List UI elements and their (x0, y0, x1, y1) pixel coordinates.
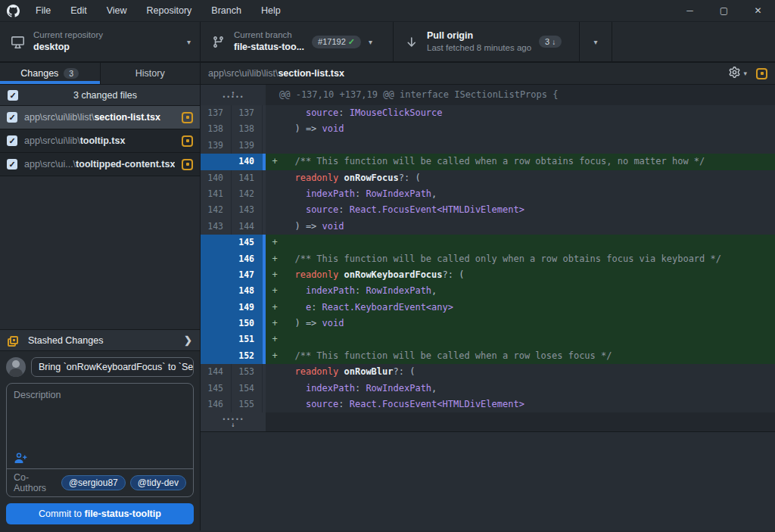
diff-marker (266, 364, 284, 380)
coauthor-pill[interactable]: @tidy-dev (130, 475, 186, 490)
new-line-number: 151 (232, 331, 263, 347)
menu-bar: FileEditViewRepositoryBranchHelp ─ ▢ ✕ (0, 0, 775, 21)
new-line-number: 148 (232, 283, 263, 299)
old-line-number (201, 283, 232, 299)
menu-item-view[interactable]: View (97, 5, 137, 16)
pull-title: Pull origin (427, 30, 531, 42)
stashed-changes-row[interactable]: Stashed Changes ❯ (0, 329, 200, 351)
diff-lines: 137137 source: IMouseClickSource138138 )… (201, 105, 775, 412)
diff-line-added[interactable]: 151+ (201, 331, 775, 347)
diff-line-context[interactable]: 142143 source: React.FocusEvent<HTMLDivE… (201, 202, 775, 218)
diff-line-added[interactable]: 146+ /** This function will be called on… (201, 251, 775, 267)
diff-line-context[interactable]: 137137 source: IMouseClickSource (201, 105, 775, 121)
chevron-down-icon: ▾ (187, 38, 191, 46)
select-all-checkbox[interactable]: ✓ (8, 90, 18, 101)
menu-item-help[interactable]: Help (251, 5, 291, 16)
code-text: indexPath: RowIndexPath, (284, 283, 775, 299)
minimize-button[interactable]: ─ (673, 0, 707, 21)
current-repository-button[interactable]: Current repository desktop ▾ (0, 22, 201, 61)
menu-item-edit[interactable]: Edit (61, 5, 97, 16)
menu-item-file[interactable]: File (26, 5, 61, 16)
file-checkbox[interactable]: ✓ (7, 135, 17, 146)
old-line-number (201, 251, 232, 267)
tab-changes[interactable]: Changes 3 (0, 63, 101, 84)
chevron-right-icon: ❯ (184, 334, 192, 346)
dotted-line: ••••• (222, 95, 244, 100)
file-row[interactable]: ✓app\src\ui...\tooltipped-content.tsx (0, 153, 200, 176)
file-row[interactable]: ✓app\src\ui\lib\list\section-list.tsx (0, 106, 200, 129)
pull-text: Pull origin Last fetched 8 minutes ago (427, 30, 531, 54)
old-line-number: 137 (201, 105, 232, 121)
diff-line-context[interactable]: 146155 source: React.FocusEvent<HTMLDivE… (201, 397, 775, 412)
diff-line-added[interactable]: 152+ /** This function will be called wh… (201, 348, 775, 364)
maximize-button[interactable]: ▢ (707, 0, 741, 21)
diff-line-context[interactable]: 141142 indexPath: RowIndexPath, (201, 186, 775, 202)
old-line-number (201, 348, 232, 364)
code-text (284, 235, 775, 250)
commit-summary-input[interactable]: Bring `onRowKeyboardFocus` to `Se (31, 357, 194, 377)
new-line-number: 139 (232, 138, 263, 154)
old-line-number: 138 (201, 121, 232, 137)
current-branch-button[interactable]: Current branch file-status-too... #17192… (201, 22, 394, 61)
toolbar: Current repository desktop ▾ Current bra… (0, 21, 775, 63)
add-coauthor-icon[interactable] (14, 452, 27, 464)
diff-marker (266, 138, 284, 154)
diff-line-added[interactable]: 149+ e: React.KeyboardEvent<any> (201, 300, 775, 316)
old-line-number (201, 316, 232, 331)
code-text: source: IMouseClickSource (284, 105, 775, 121)
commit-button[interactable]: Commit to file-status-tooltip (6, 503, 194, 524)
diff-file-path: app\src\ui\lib\list\section-list.tsx (208, 68, 729, 79)
new-line-number: 152 (232, 348, 263, 364)
file-path: app\src\ui\lib\tooltip.tsx (24, 135, 175, 146)
diff-marker: + (266, 154, 284, 170)
diff-empty-area (201, 431, 775, 530)
file-checkbox[interactable]: ✓ (7, 112, 17, 123)
diff-line-added[interactable]: 148+ indexPath: RowIndexPath, (201, 283, 775, 299)
diff-line-context[interactable]: 138138 ) => void (201, 121, 775, 137)
file-row[interactable]: ✓app\src\ui\lib\tooltip.tsx (0, 129, 200, 153)
diff-marker (266, 397, 284, 412)
changed-files-header[interactable]: ✓ 3 changed files (0, 85, 200, 106)
modified-status-icon (182, 112, 193, 123)
coauthors-label: Co-Authors (14, 472, 55, 493)
code-text (284, 331, 775, 347)
diff-line-context[interactable]: 139139 (201, 138, 775, 154)
code-text: ) => void (284, 316, 775, 331)
diff-marker (266, 381, 284, 397)
new-line-number: 142 (232, 186, 263, 202)
commit-description-input[interactable]: Description (7, 384, 193, 468)
window-controls: ─ ▢ ✕ (673, 0, 775, 21)
new-line-number: 150 (232, 316, 263, 331)
tab-history[interactable]: History (101, 63, 201, 84)
arrow-down-icon (403, 36, 419, 48)
file-path: app\src\ui\lib\list\section-list.tsx (24, 112, 175, 123)
old-line-number (201, 331, 232, 347)
expand-hunk-up-button[interactable]: ↑••••• (201, 85, 266, 105)
expand-hunk-down-button[interactable]: •••••↓ (201, 412, 266, 431)
pr-badge: #17192 ✓ (312, 36, 361, 48)
diff-line-context[interactable]: 140141 readonly onRowFocus?: ( (201, 170, 775, 186)
diff-line-added[interactable]: 147+ readonly onRowKeyboardFocus?: ( (201, 267, 775, 283)
diff-line-context[interactable]: 144153 readonly onRowBlur?: ( (201, 364, 775, 380)
diff-options-button[interactable]: ▾ (729, 67, 747, 80)
diff-marker: + (266, 348, 284, 364)
diff-line-context[interactable]: 145154 indexPath: RowIndexPath, (201, 381, 775, 397)
tab-history-label: History (135, 68, 165, 79)
pull-dropdown-button[interactable]: ▾ (580, 22, 612, 61)
diff-line-added[interactable]: 140+ /** This function will be called wh… (201, 154, 775, 170)
close-button[interactable]: ✕ (741, 0, 775, 21)
menu-item-repository[interactable]: Repository (137, 5, 202, 16)
diff-line-added[interactable]: 145+ (201, 235, 775, 250)
new-line-number: 141 (232, 170, 263, 186)
diff-line-added[interactable]: 150+ ) => void (201, 316, 775, 331)
pull-origin-button[interactable]: Pull origin Last fetched 8 minutes ago 3… (394, 22, 580, 61)
diff-line-context[interactable]: 143144 ) => void (201, 219, 775, 235)
new-line-number: 143 (232, 202, 263, 218)
diff-marker: + (266, 300, 284, 316)
commit-form: Bring `onRowKeyboardFocus` to `Se Descri… (0, 351, 200, 530)
file-checkbox[interactable]: ✓ (7, 159, 17, 170)
old-line-number: 143 (201, 219, 232, 235)
coauthor-pill[interactable]: @sergiou87 (61, 475, 126, 490)
menu-item-branch[interactable]: Branch (201, 5, 251, 16)
description-placeholder: Description (14, 390, 61, 400)
